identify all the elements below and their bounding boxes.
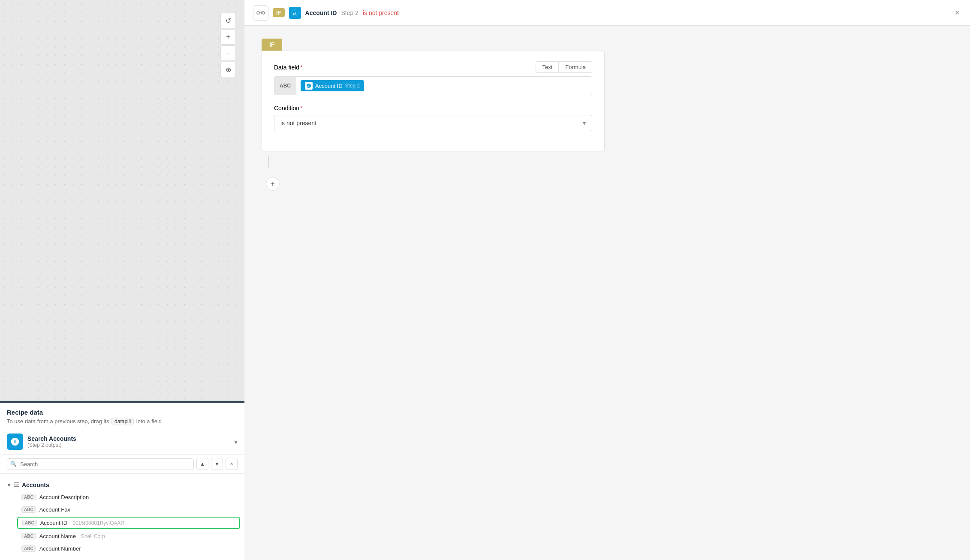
main-content: IF Data field* Text Formula ABC (244, 26, 970, 560)
vertical-connector (268, 156, 269, 169)
list-item-highlighted[interactable]: ABC Account ID 0015f00001RyyiQAAR (17, 517, 240, 529)
step-app-icon (7, 434, 23, 450)
recipe-data-panel: Recipe data To use data from a previous … (0, 401, 244, 560)
data-list: ▼ ☰ Accounts ABC Account Description ABC… (0, 474, 244, 560)
right-panel: IF sf Account ID Step 2 is not present ×… (244, 0, 970, 560)
field-name: Account Number (39, 545, 81, 552)
canvas-tools: ↺ + − ⊕ (220, 13, 236, 77)
condition-select-row[interactable]: is not present ▾ (274, 115, 592, 131)
abc-badge: ABC (22, 520, 37, 526)
accounts-label: Accounts (22, 482, 49, 488)
datapill-badge: datapill (111, 418, 134, 425)
step-subtitle: (Step 2 output) (27, 442, 76, 448)
list-item[interactable]: ABC Account Description (0, 491, 244, 503)
step-flow-icon (253, 5, 268, 21)
list-item[interactable]: ABC Account Name Shell Corp (0, 530, 244, 542)
list-item[interactable]: ABC Account Number (0, 542, 244, 555)
top-bar: IF sf Account ID Step 2 is not present × (244, 0, 970, 26)
recipe-data-title: Recipe data (7, 409, 238, 416)
formula-button[interactable]: Formula (559, 61, 592, 73)
lines-icon: ☰ (14, 482, 19, 488)
data-field-type-badge: ABC (274, 77, 296, 95)
step-collapse-button[interactable]: ▾ (234, 438, 238, 446)
pill-step: Step 2 (345, 83, 360, 89)
step-info: Search Accounts (Step 2 output) (27, 435, 76, 448)
svg-text:sf: sf (307, 85, 310, 87)
top-bar-left: IF sf Account ID Step 2 is not present (253, 5, 399, 21)
nav-down-button[interactable]: ▼ (211, 458, 223, 470)
text-button[interactable]: Text (536, 61, 559, 73)
recipe-data-subtitle: To use data from a previous step, drag i… (7, 418, 238, 425)
step-section-left: Search Accounts (Step 2 output) (7, 434, 76, 450)
close-button[interactable]: × (953, 6, 961, 19)
triangle-icon: ▼ (7, 483, 11, 488)
field-name: Account Description (39, 494, 89, 500)
zoom-in-button[interactable]: + (220, 29, 236, 45)
condition-required-star: * (300, 105, 302, 111)
data-field-pill: sf Account ID Step 2 (301, 80, 364, 91)
step-name: Search Accounts (27, 435, 76, 442)
svg-text:sf: sf (293, 11, 296, 15)
top-bar-step-num: Step 2 (341, 9, 358, 16)
step-section[interactable]: Search Accounts (Step 2 output) ▾ (0, 429, 244, 455)
top-bar-app-icon: sf (289, 7, 301, 19)
condition-value: is not present (280, 120, 316, 126)
field-value: Shell Corp (81, 533, 105, 539)
abc-badge: ABC (21, 506, 36, 513)
data-field-input[interactable]: ABC sf Account ID Step 2 (274, 76, 592, 95)
data-field-label-row: Data field* Text Formula (274, 61, 592, 73)
required-star: * (300, 64, 302, 71)
search-bar-inner: 🔍 (7, 458, 194, 470)
pill-label: Account ID (315, 83, 343, 89)
field-name: Account ID (40, 520, 68, 526)
add-step-button[interactable]: + (266, 177, 280, 191)
top-bar-step-label: Account ID (305, 9, 337, 16)
accounts-group: ▼ ☰ Accounts ABC Account Description ABC… (0, 477, 244, 557)
left-canvas-panel: ↺ + − ⊕ Recipe data To use data from a p… (0, 0, 244, 560)
if-tab: IF (262, 39, 282, 51)
top-bar-condition: is not present (363, 9, 399, 16)
data-field-group: Data field* Text Formula ABC sf (274, 61, 592, 95)
search-icon: 🔍 (10, 461, 17, 467)
svg-point-1 (257, 12, 259, 14)
abc-badge: ABC (21, 533, 36, 539)
zoom-out-button[interactable]: − (220, 45, 236, 61)
search-bar: 🔍 ▲ ▼ × (0, 455, 244, 474)
abc-badge: ABC (21, 494, 36, 500)
condition-chevron-icon: ▾ (583, 120, 586, 126)
nav-close-button[interactable]: × (226, 458, 238, 470)
search-input[interactable] (7, 458, 194, 470)
field-value: 0015f00001RyyiQAAR (72, 520, 124, 526)
field-name: Account Name (39, 533, 76, 539)
condition-label-row: Condition* (274, 105, 592, 111)
condition-label: Condition* (274, 105, 303, 111)
form-card: Data field* Text Formula ABC sf (262, 51, 605, 151)
data-field-label: Data field* (274, 64, 303, 71)
refresh-button[interactable]: ↺ (220, 13, 236, 28)
fit-button[interactable]: ⊕ (220, 62, 236, 77)
recipe-data-header: Recipe data To use data from a previous … (0, 403, 244, 429)
condition-group: Condition* is not present ▾ (274, 105, 592, 131)
nav-up-button[interactable]: ▲ (196, 458, 208, 470)
pill-app-icon: sf (305, 82, 313, 90)
accounts-header[interactable]: ▼ ☰ Accounts (0, 479, 244, 491)
field-name: Account Fax (39, 506, 70, 513)
if-badge: IF (273, 8, 285, 17)
text-formula-buttons: Text Formula (536, 61, 592, 73)
list-item[interactable]: ABC Account Fax (0, 503, 244, 516)
abc-badge: ABC (21, 545, 36, 552)
